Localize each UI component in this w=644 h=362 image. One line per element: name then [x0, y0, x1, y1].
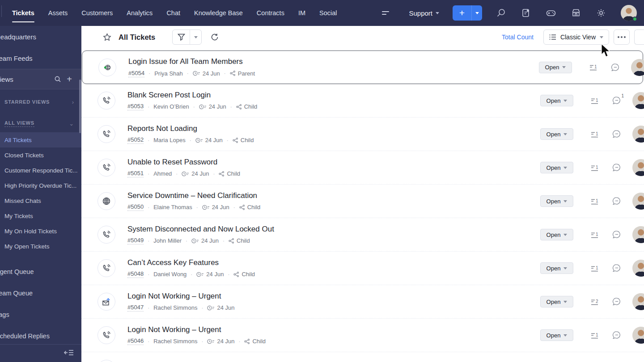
ticket-title[interactable]: Unable to Reset Password	[127, 158, 240, 167]
contact-name[interactable]: Elaine Thomas	[153, 204, 192, 210]
contact-name[interactable]: Daniel Wong	[153, 271, 186, 278]
thread-count-indicator[interactable]: 1	[590, 131, 599, 138]
ticket-number[interactable]: #5051	[127, 170, 144, 177]
ticket-title[interactable]: Login Issue for All Team Members	[128, 57, 255, 66]
comment-bubble-icon[interactable]	[612, 297, 621, 306]
contact-name[interactable]: Rachel Simmons	[153, 338, 197, 345]
status-dropdown[interactable]: Open	[540, 329, 573, 341]
ticket-title[interactable]: Reports Not Loading	[127, 124, 254, 133]
thread-count-indicator[interactable]: 1	[589, 64, 598, 71]
sidebar-bottom-item[interactable]: Team Queue	[0, 282, 81, 304]
ticket-number[interactable]: #5053	[127, 103, 144, 110]
comment-bubble-icon[interactable]	[612, 331, 621, 340]
nav-overflow-icon[interactable]	[382, 11, 390, 15]
status-dropdown[interactable]: Open	[540, 195, 573, 207]
ticket-number[interactable]: #5049	[127, 237, 144, 244]
comment-bubble-icon[interactable]	[611, 63, 620, 72]
settings-gear-icon[interactable]	[596, 8, 606, 18]
ticket-number[interactable]: #5048	[127, 270, 144, 278]
nav-item[interactable]: Customers	[81, 0, 113, 26]
status-dropdown[interactable]: Open	[540, 262, 573, 274]
status-dropdown[interactable]: Open	[540, 95, 573, 106]
gamescope-icon[interactable]	[546, 8, 556, 18]
sidebar-bottom-item[interactable]: Tags	[0, 304, 81, 325]
sidebar-view-item[interactable]: My On Hold Tickets	[0, 223, 81, 239]
nav-item[interactable]: Social	[319, 0, 337, 26]
ticket-row[interactable]: Reports Not Loading #5052 · Maria Lopes …	[81, 118, 644, 151]
view-mode-dropdown[interactable]: Classic View	[543, 29, 609, 45]
comment-bubble-icon[interactable]	[612, 197, 621, 206]
filter-split-button[interactable]	[172, 29, 202, 45]
assignee-avatar[interactable]	[631, 59, 644, 76]
assignee-avatar[interactable]	[632, 126, 644, 143]
comment-bubble-icon[interactable]	[612, 163, 621, 172]
add-button[interactable]: +	[453, 5, 471, 21]
ticket-row[interactable]: Blank Screen Post Login #5053 · Kevin O’…	[81, 84, 644, 118]
comment-bubble-icon[interactable]: 1	[612, 96, 621, 105]
status-dropdown[interactable]: Open	[540, 229, 573, 240]
sidebar-top-item[interactable]: Headquarters	[0, 26, 81, 47]
nav-item[interactable]: IM	[298, 0, 305, 26]
comment-bubble-icon[interactable]	[612, 230, 621, 239]
assignee-avatar[interactable]	[632, 226, 644, 243]
ticket-row[interactable]: System Disconnected and Now Locked Out #…	[81, 218, 644, 252]
ticket-number[interactable]: #5054	[128, 70, 144, 77]
sidebar-view-item[interactable]: My Tickets	[0, 208, 81, 223]
views-panel-header[interactable]: Views +	[0, 69, 81, 89]
assignee-avatar[interactable]	[632, 193, 644, 210]
user-avatar[interactable]	[621, 5, 637, 21]
status-dropdown[interactable]: Open	[540, 128, 573, 140]
ticket-row[interactable]: Can’t Access Key Features #5048 · Daniel…	[81, 252, 644, 285]
total-count-link[interactable]: Total Count	[502, 34, 534, 41]
ticket-title[interactable]: Login Not Working – Urgent	[127, 325, 266, 334]
refresh-icon[interactable]	[211, 33, 219, 41]
contact-name[interactable]: Maria Lopes	[153, 137, 186, 143]
current-view-dropdown[interactable]: All Tickets	[119, 33, 162, 42]
assignee-avatar[interactable]	[632, 327, 644, 344]
support-dropdown[interactable]: Support	[409, 9, 439, 17]
thread-count-indicator[interactable]: 1	[590, 332, 599, 339]
sidebar-bottom-item[interactable]: Agent Queue	[0, 261, 81, 282]
ticket-row[interactable]: Login Not Working – Urgent #5046 · Rache…	[81, 319, 644, 352]
ticket-title[interactable]: Blank Screen Post Login	[127, 91, 257, 100]
add-ticket-split-button[interactable]: +	[453, 5, 482, 21]
contact-name[interactable]: Priya Shah	[154, 70, 183, 77]
thread-count-indicator[interactable]: 1	[590, 232, 599, 238]
nav-item[interactable]: Chat	[166, 0, 180, 26]
thread-count-indicator[interactable]: 1	[590, 198, 599, 205]
ticket-row[interactable]: Unable to Reset Password #5051 · Ahmed ·…	[81, 151, 644, 185]
sidebar-bottom-item[interactable]: Scheduled Replies	[0, 325, 81, 347]
contact-name[interactable]: John Miller	[153, 237, 182, 244]
ticket-row[interactable]: Service Downtime – Need Clarification #5…	[81, 185, 644, 218]
contact-name[interactable]: Rachel Simmons	[153, 304, 197, 311]
release-notes-icon[interactable]	[521, 8, 531, 18]
thread-count-indicator[interactable]: 1	[590, 164, 599, 171]
assignee-avatar[interactable]	[632, 92, 644, 109]
sidebar-scrollbar[interactable]	[79, 80, 81, 133]
ticket-title[interactable]: Service Downtime – Need Clarification	[127, 191, 260, 200]
ticket-title[interactable]: Login Not Working – Urgent	[127, 292, 234, 301]
filter-icon[interactable]	[173, 30, 190, 44]
ticket-number[interactable]: #5046	[127, 337, 144, 345]
ticket-row[interactable]: Complaint – 45678	[81, 352, 644, 362]
starred-views-section[interactable]: STARRED VIEWS ›	[0, 93, 81, 111]
nav-item[interactable]: Assets	[48, 0, 68, 26]
add-view-icon[interactable]: +	[64, 74, 75, 84]
views-search-icon[interactable]	[52, 76, 64, 83]
comment-bubble-icon[interactable]	[612, 264, 621, 273]
assignee-avatar[interactable]	[632, 293, 644, 310]
thread-count-indicator[interactable]: 1	[590, 265, 599, 272]
sidebar-view-item[interactable]: Customer Responded Tic...	[0, 163, 81, 178]
sidebar-view-item[interactable]: Closed Tickets	[0, 147, 81, 163]
thread-count-indicator[interactable]: 2	[590, 299, 599, 305]
nav-item[interactable]: Contracts	[257, 0, 284, 26]
ticket-number[interactable]: #5047	[127, 304, 144, 311]
star-view-icon[interactable]	[103, 33, 111, 42]
comment-bubble-icon[interactable]	[612, 130, 621, 139]
ticket-row[interactable]: Login Issue for All Team Members #5054 ·…	[82, 51, 643, 84]
nav-item[interactable]: Knowledge Base	[194, 0, 243, 26]
ticket-row[interactable]: Login Not Working – Urgent #5047 · Rache…	[81, 285, 644, 319]
sidebar-view-item[interactable]: High Priority Overdue Tic...	[0, 178, 81, 193]
more-options-button[interactable]	[614, 29, 630, 45]
nav-item[interactable]: Analytics	[127, 0, 153, 26]
